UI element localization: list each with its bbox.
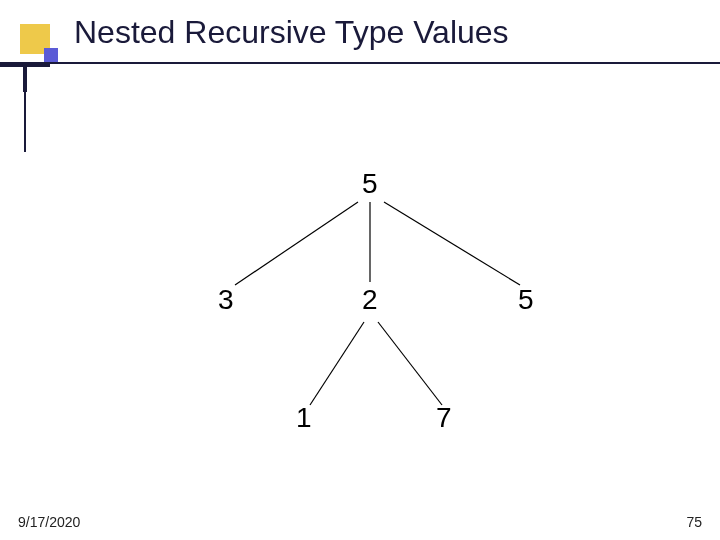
tree-node-mid-left: 1 (296, 402, 312, 434)
edge-root-left (235, 202, 358, 285)
footer-date: 9/17/2020 (18, 514, 80, 530)
tree-node-right: 5 (518, 284, 534, 316)
tree-node-middle: 2 (362, 284, 378, 316)
edge-mid-right (378, 322, 442, 405)
tree-node-left: 3 (218, 284, 234, 316)
tree-node-root: 5 (362, 168, 378, 200)
footer-page-number: 75 (686, 514, 702, 530)
edge-root-right (384, 202, 520, 285)
tree-node-mid-right: 7 (436, 402, 452, 434)
slide: Nested Recursive Type Values 5 3 2 5 1 7… (0, 0, 720, 540)
tree-diagram (0, 0, 720, 540)
edge-mid-left (310, 322, 364, 405)
